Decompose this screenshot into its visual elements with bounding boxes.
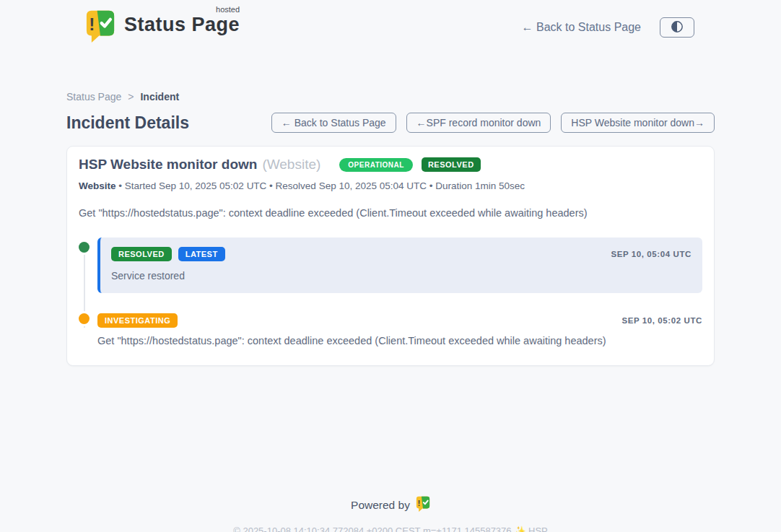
logo-superscript: hosted [216,5,240,14]
incident-title: HSP Website monitor down [79,157,257,173]
timeline-item-investigating: INVESTIGATING SEP 10, 05:02 UTC Get "htt… [97,313,702,346]
timeline-timestamp: SEP 10, 05:02 UTC [621,316,702,325]
main-content: Status Page > Incident Incident Details … [66,55,715,532]
incident-title-row: HSP Website monitor down (Website) OPERA… [79,157,702,173]
footer-logo-icon: ! [416,496,430,515]
contrast-icon [671,20,684,35]
breadcrumb: Status Page > Incident [66,91,715,103]
incident-meta: Website • Started Sep 10, 2025 05:02 UTC… [79,180,702,191]
timeline-item-header: INVESTIGATING SEP 10, 05:02 UTC [97,313,702,328]
header-back-link[interactable]: ← Back to Status Page [522,21,641,34]
timeline-dot-orange [79,313,90,324]
site-logo[interactable]: ! hosted Status Page [85,9,240,45]
breadcrumb-incident: Incident [140,91,179,103]
incident-meta-details: • Started Sep 10, 2025 05:02 UTC • Resol… [116,180,525,191]
incident-component: (Website) [262,157,320,173]
timeline-latest-card: RESOLVED LATEST SEP 10, 05:04 UTC Servic… [97,237,702,293]
resolved-state-badge: RESOLVED [422,157,481,172]
incident-timeline: RESOLVED LATEST SEP 10, 05:04 UTC Servic… [79,237,702,346]
timeline-message: Get "https://hostedstatus.page": context… [97,335,702,346]
powered-by-label: Powered by [351,499,410,512]
incident-meta-component: Website [79,180,116,191]
timeline-latest-badge: LATEST [178,247,225,261]
header-actions: ← Back to Status Page [522,17,694,38]
svg-text:!: ! [89,14,95,34]
timeline-resolved-badge: RESOLVED [111,247,172,261]
copyright-text: © 2025-10-08 14:10:34.772084 +0200 CEST … [66,526,715,532]
theme-toggle-button[interactable] [660,17,694,38]
timeline-plain-card: INVESTIGATING SEP 10, 05:02 UTC Get "htt… [97,313,702,346]
prev-incident-button[interactable]: ←SPF record monitor down [406,113,551,133]
logo-brand-text: Status Page [124,14,240,35]
timeline-item-header: RESOLVED LATEST SEP 10, 05:04 UTC [111,247,691,261]
next-incident-button[interactable]: HSP Website monitor down→ [561,113,715,133]
timeline-message: Service restored [111,270,691,282]
timeline-dot-green [79,242,90,253]
timeline-badges: RESOLVED LATEST [111,247,225,261]
footer: Powered by ! © 2025-10-08 14:10:34.77208… [66,496,715,532]
timeline-timestamp: SEP 10, 05:04 UTC [611,250,691,258]
timeline-investigating-badge: INVESTIGATING [97,313,178,328]
timeline-item-resolved: RESOLVED LATEST SEP 10, 05:04 UTC Servic… [97,237,702,293]
back-to-status-page-button[interactable]: ← Back to Status Page [271,113,396,133]
breadcrumb-separator: > [128,91,134,103]
powered-by-link[interactable]: Powered by ! [351,496,430,515]
timeline-badges: INVESTIGATING [97,313,178,328]
breadcrumb-status-page[interactable]: Status Page [66,91,121,103]
page-title: Incident Details [66,113,189,133]
incident-description: Get "https://hostedstatus.page": context… [79,207,702,219]
operational-status-badge: OPERATIONAL [339,158,413,172]
incident-nav-buttons: ← Back to Status Page ←SPF record monito… [271,113,715,133]
title-row: Incident Details ← Back to Status Page ←… [66,113,715,133]
svg-text:!: ! [417,498,420,507]
incident-card: HSP Website monitor down (Website) OPERA… [66,146,715,366]
logo-wordmark: hosted Status Page [124,9,240,36]
logo-bubble-icon: ! [85,9,115,45]
header: ! hosted Status Page ← Back to Status Pa… [0,0,781,55]
